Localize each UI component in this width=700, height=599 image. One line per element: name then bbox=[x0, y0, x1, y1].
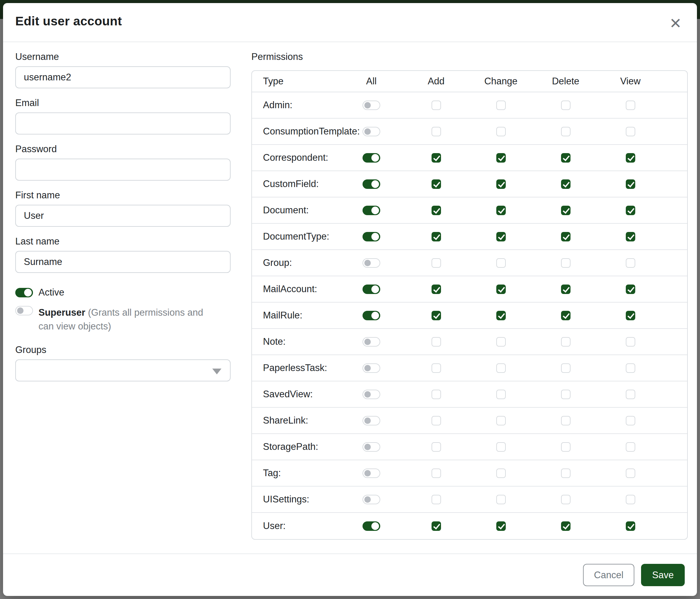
groups-select[interactable] bbox=[15, 359, 231, 381]
perm-change-checkbox[interactable] bbox=[496, 127, 506, 136]
perm-add-checkbox[interactable] bbox=[431, 232, 441, 241]
perm-change-checkbox[interactable] bbox=[496, 153, 506, 163]
perm-all-toggle[interactable] bbox=[362, 495, 380, 504]
email-field[interactable] bbox=[15, 113, 231, 135]
perm-all-toggle[interactable] bbox=[362, 416, 380, 425]
perm-change-checkbox[interactable] bbox=[496, 521, 506, 531]
perm-change-checkbox[interactable] bbox=[496, 311, 506, 320]
perm-add-checkbox[interactable] bbox=[431, 153, 441, 163]
perm-add-checkbox[interactable] bbox=[431, 206, 441, 215]
perm-change-checkbox[interactable] bbox=[496, 258, 506, 268]
perm-view-checkbox[interactable] bbox=[626, 311, 635, 320]
perm-view-checkbox[interactable] bbox=[626, 153, 635, 163]
perm-view-checkbox[interactable] bbox=[626, 442, 635, 452]
permissions-table: Type All Add Change Delete View Admin: C… bbox=[251, 70, 688, 540]
perm-add-checkbox[interactable] bbox=[431, 363, 441, 373]
perm-change-checkbox[interactable] bbox=[496, 495, 506, 504]
close-button[interactable]: ✕ bbox=[667, 15, 685, 32]
perm-delete-checkbox[interactable] bbox=[561, 442, 571, 452]
perm-view-checkbox[interactable] bbox=[626, 232, 635, 241]
perm-delete-checkbox[interactable] bbox=[561, 206, 571, 215]
perm-add-checkbox[interactable] bbox=[431, 285, 441, 294]
perm-all-toggle[interactable] bbox=[362, 232, 380, 241]
perm-delete-checkbox[interactable] bbox=[561, 469, 571, 478]
perm-delete-checkbox[interactable] bbox=[561, 311, 571, 320]
perm-view-checkbox[interactable] bbox=[626, 100, 635, 110]
perm-view-checkbox[interactable] bbox=[626, 285, 635, 294]
perm-all-toggle[interactable] bbox=[362, 179, 380, 189]
perm-delete-checkbox[interactable] bbox=[561, 337, 571, 346]
perm-add-checkbox[interactable] bbox=[431, 416, 441, 425]
perm-view-checkbox[interactable] bbox=[626, 469, 635, 478]
perm-all-toggle[interactable] bbox=[362, 206, 380, 215]
perm-change-checkbox[interactable] bbox=[496, 390, 506, 399]
perm-delete-checkbox[interactable] bbox=[561, 285, 571, 294]
perm-view-checkbox[interactable] bbox=[626, 363, 635, 373]
cancel-button[interactable]: Cancel bbox=[583, 564, 635, 586]
perm-delete-checkbox[interactable] bbox=[561, 390, 571, 399]
perm-all-toggle[interactable] bbox=[362, 311, 380, 320]
perm-view-checkbox[interactable] bbox=[626, 127, 635, 136]
perm-all-toggle[interactable] bbox=[362, 521, 380, 531]
perm-add-checkbox[interactable] bbox=[431, 390, 441, 399]
first-name-input[interactable] bbox=[15, 205, 231, 227]
username-input[interactable] bbox=[15, 66, 231, 88]
perm-all-toggle[interactable] bbox=[362, 442, 380, 452]
perm-change-checkbox[interactable] bbox=[496, 469, 506, 478]
perm-change-checkbox[interactable] bbox=[496, 100, 506, 110]
last-name-input[interactable] bbox=[15, 251, 231, 273]
password-field[interactable] bbox=[15, 159, 231, 181]
perm-add-checkbox[interactable] bbox=[431, 258, 441, 268]
perm-view-checkbox[interactable] bbox=[626, 337, 635, 346]
perm-view-checkbox[interactable] bbox=[626, 416, 635, 425]
perm-all-toggle[interactable] bbox=[362, 390, 380, 399]
username-label: Username bbox=[15, 51, 231, 62]
superuser-label: Superuser bbox=[39, 307, 85, 318]
perm-add-checkbox[interactable] bbox=[431, 179, 441, 189]
perm-delete-checkbox[interactable] bbox=[561, 416, 571, 425]
perm-change-checkbox[interactable] bbox=[496, 363, 506, 373]
perm-add-checkbox[interactable] bbox=[431, 469, 441, 478]
perm-view-checkbox[interactable] bbox=[626, 390, 635, 399]
perm-change-checkbox[interactable] bbox=[496, 416, 506, 425]
perm-view-checkbox[interactable] bbox=[626, 179, 635, 189]
perm-view-checkbox[interactable] bbox=[626, 258, 635, 268]
perm-add-checkbox[interactable] bbox=[431, 100, 441, 110]
perm-all-toggle[interactable] bbox=[362, 469, 380, 478]
save-button[interactable]: Save bbox=[641, 564, 685, 586]
perm-all-toggle[interactable] bbox=[362, 258, 380, 268]
perm-change-checkbox[interactable] bbox=[496, 179, 506, 189]
superuser-toggle[interactable] bbox=[15, 306, 33, 315]
perm-change-checkbox[interactable] bbox=[496, 285, 506, 294]
active-toggle[interactable] bbox=[15, 288, 33, 297]
perm-add-checkbox[interactable] bbox=[431, 127, 441, 136]
perm-all-toggle[interactable] bbox=[362, 285, 380, 294]
perm-view-checkbox[interactable] bbox=[626, 495, 635, 504]
perm-change-checkbox[interactable] bbox=[496, 232, 506, 241]
perm-delete-checkbox[interactable] bbox=[561, 100, 571, 110]
perm-delete-checkbox[interactable] bbox=[561, 258, 571, 268]
perm-delete-checkbox[interactable] bbox=[561, 127, 571, 136]
perm-view-checkbox[interactable] bbox=[626, 521, 635, 531]
perm-add-checkbox[interactable] bbox=[431, 495, 441, 504]
perm-all-toggle[interactable] bbox=[362, 127, 380, 136]
perm-delete-checkbox[interactable] bbox=[561, 363, 571, 373]
active-label: Active bbox=[39, 287, 64, 298]
perm-all-toggle[interactable] bbox=[362, 153, 380, 163]
perm-change-checkbox[interactable] bbox=[496, 206, 506, 215]
perm-change-checkbox[interactable] bbox=[496, 442, 506, 452]
perm-add-checkbox[interactable] bbox=[431, 311, 441, 320]
perm-delete-checkbox[interactable] bbox=[561, 232, 571, 241]
perm-delete-checkbox[interactable] bbox=[561, 495, 571, 504]
perm-add-checkbox[interactable] bbox=[431, 442, 441, 452]
perm-add-checkbox[interactable] bbox=[431, 337, 441, 346]
perm-all-toggle[interactable] bbox=[362, 363, 380, 373]
perm-delete-checkbox[interactable] bbox=[561, 521, 571, 531]
perm-delete-checkbox[interactable] bbox=[561, 179, 571, 189]
perm-all-toggle[interactable] bbox=[362, 337, 380, 346]
perm-all-toggle[interactable] bbox=[362, 100, 380, 110]
perm-delete-checkbox[interactable] bbox=[561, 153, 571, 163]
perm-change-checkbox[interactable] bbox=[496, 337, 506, 346]
perm-add-checkbox[interactable] bbox=[431, 521, 441, 531]
perm-view-checkbox[interactable] bbox=[626, 206, 635, 215]
